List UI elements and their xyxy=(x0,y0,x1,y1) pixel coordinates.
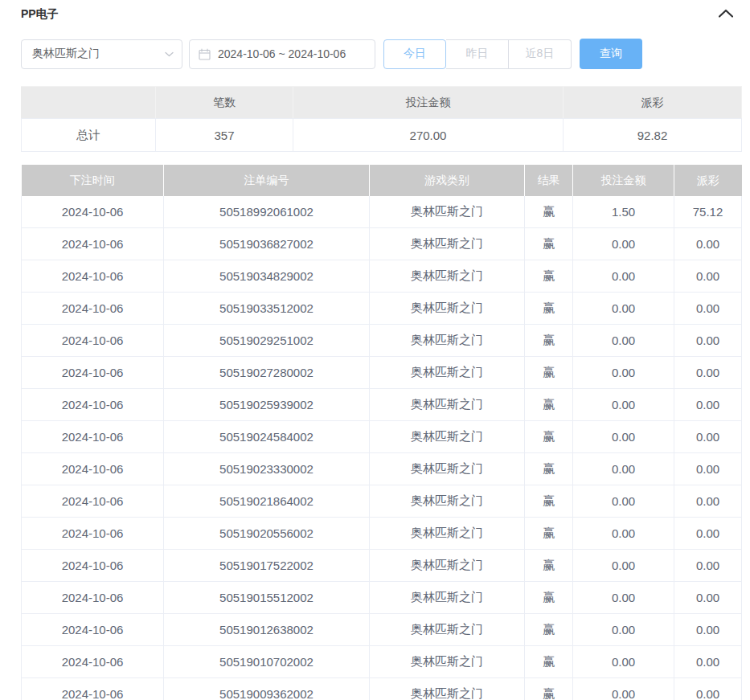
cell-bet-time: 2024-10-06 xyxy=(22,550,164,582)
cell-bet-time: 2024-10-06 xyxy=(22,421,164,453)
quick-range-button-0[interactable]: 今日 xyxy=(383,39,446,69)
cell-result: 赢 xyxy=(525,678,573,700)
cell-result: 赢 xyxy=(525,614,573,646)
cell-payout: 0.00 xyxy=(674,421,742,453)
table-row: 2024-10-0650519010702002奥林匹斯之门赢0.000.00 xyxy=(22,646,742,678)
cell-bet-time: 2024-10-06 xyxy=(22,678,164,700)
cell-bet-amount: 0.00 xyxy=(573,550,674,582)
game-select[interactable]: 奥林匹斯之门 xyxy=(21,39,182,69)
cell-game-category: 奥林匹斯之门 xyxy=(370,325,525,357)
report-panel: PP电子 奥林匹斯之门 2024-10-06 ~ 2024-10-06 xyxy=(0,0,750,700)
date-range-value: 2024-10-06 ~ 2024-10-06 xyxy=(218,47,346,60)
table-row: 2024-10-0650519021864002奥林匹斯之门赢0.000.00 xyxy=(22,485,742,518)
cell-result: 赢 xyxy=(525,518,573,550)
cell-result: 赢 xyxy=(525,196,573,228)
quick-range-button-1[interactable]: 昨日 xyxy=(446,39,509,69)
cell-result: 赢 xyxy=(525,293,573,325)
cell-order-id: 50519024584002 xyxy=(164,421,370,453)
cell-bet-time: 2024-10-06 xyxy=(22,260,164,293)
cell-payout: 92.82 xyxy=(564,119,742,152)
cell-order-id: 50519027280002 xyxy=(164,357,370,389)
cell-game-category: 奥林匹斯之门 xyxy=(370,614,525,646)
table-header-row: 下注时间注单编号游戏类别结果投注金额派彩 xyxy=(22,165,742,196)
cell-order-id: 50519009362002 xyxy=(164,678,370,700)
cell-result: 赢 xyxy=(525,325,573,357)
table-row: 2024-10-0650519020556002奥林匹斯之门赢0.000.00 xyxy=(22,518,742,550)
column-header-bet-time: 下注时间 xyxy=(22,165,164,196)
table-row: 总计357270.0092.82 xyxy=(22,119,742,152)
cell-bet-time: 2024-10-06 xyxy=(22,453,164,485)
column-header-game-category: 游戏类别 xyxy=(370,165,525,196)
cell-game-category: 奥林匹斯之门 xyxy=(370,485,525,518)
date-range-input[interactable]: 2024-10-06 ~ 2024-10-06 xyxy=(189,39,375,69)
cell-result: 赢 xyxy=(525,260,573,293)
cell-bet-amount: 0.00 xyxy=(573,646,674,678)
summary-header-row: 笔数投注金额派彩 xyxy=(22,87,742,119)
cell-game-category: 奥林匹斯之门 xyxy=(370,646,525,678)
cell-bet-amount: 0.00 xyxy=(573,260,674,293)
table-row: 2024-10-0650519024584002奥林匹斯之门赢0.000.00 xyxy=(22,421,742,453)
table-row: 2024-10-0650519033512002奥林匹斯之门赢0.000.00 xyxy=(22,293,742,325)
filter-toolbar: 奥林匹斯之门 2024-10-06 ~ 2024-10-06 今日昨日近8日 查… xyxy=(21,39,750,69)
cell-bet-amount: 0.00 xyxy=(573,325,674,357)
cell-order-id: 50519017522002 xyxy=(164,550,370,582)
table-row: 2024-10-0650519027280002奥林匹斯之门赢0.000.00 xyxy=(22,357,742,389)
cell-order-id: 50519020556002 xyxy=(164,518,370,550)
quick-range-button-2[interactable]: 近8日 xyxy=(509,39,572,69)
cell-bet-time: 2024-10-06 xyxy=(22,228,164,260)
query-button[interactable]: 查询 xyxy=(580,39,642,69)
cell-order-id: 50519025939002 xyxy=(164,389,370,421)
cell-payout: 0.00 xyxy=(674,260,742,293)
calendar-icon xyxy=(199,48,211,60)
table-row: 2024-10-0650518992061002奥林匹斯之门赢1.5075.12 xyxy=(22,196,742,228)
cell-game-category: 奥林匹斯之门 xyxy=(370,357,525,389)
cell-game-category: 奥林匹斯之门 xyxy=(370,260,525,293)
cell-bet-amount: 0.00 xyxy=(573,582,674,614)
cell-bet-amount: 1.50 xyxy=(573,196,674,228)
chevron-up-icon[interactable] xyxy=(715,4,736,22)
table-row: 2024-10-0650519036827002奥林匹斯之门赢0.000.00 xyxy=(22,228,742,260)
cell-payout: 0.00 xyxy=(674,357,742,389)
cell-bet-amount: 0.00 xyxy=(573,357,674,389)
cell-payout: 0.00 xyxy=(674,582,742,614)
table-row: 2024-10-0650519015512002奥林匹斯之门赢0.000.00 xyxy=(22,582,742,614)
cell-bet-time: 2024-10-06 xyxy=(22,582,164,614)
column-header-payout: 派彩 xyxy=(564,87,742,119)
cell-count: 357 xyxy=(156,119,293,152)
cell-payout: 75.12 xyxy=(674,196,742,228)
cell-order-id: 50519023330002 xyxy=(164,453,370,485)
cell-game-category: 奥林匹斯之门 xyxy=(370,421,525,453)
column-header-order-id: 注单编号 xyxy=(164,165,370,196)
table-row: 2024-10-0650519009362002奥林匹斯之门赢0.000.00 xyxy=(22,678,742,700)
cell-order-id: 50519021864002 xyxy=(164,485,370,518)
cell-order-id: 50518992061002 xyxy=(164,196,370,228)
cell-payout: 0.00 xyxy=(674,325,742,357)
cell-game-category: 奥林匹斯之门 xyxy=(370,293,525,325)
column-header-result: 结果 xyxy=(525,165,573,196)
table-row: 2024-10-0650519012638002奥林匹斯之门赢0.000.00 xyxy=(22,614,742,646)
game-select-value: 奥林匹斯之门 xyxy=(32,47,164,61)
cell-order-id: 50519010702002 xyxy=(164,646,370,678)
cell-bet-amount: 0.00 xyxy=(573,678,674,700)
summary-table: 笔数投注金额派彩 总计357270.0092.82 xyxy=(21,86,742,152)
cell-order-id: 50519033512002 xyxy=(164,293,370,325)
cell-result: 赢 xyxy=(525,421,573,453)
table-row: 2024-10-0650519029251002奥林匹斯之门赢0.000.00 xyxy=(22,325,742,357)
cell-game-category: 奥林匹斯之门 xyxy=(370,518,525,550)
cell-payout: 0.00 xyxy=(674,518,742,550)
cell-payout: 0.00 xyxy=(674,389,742,421)
cell-label: 总计 xyxy=(22,119,156,152)
cell-result: 赢 xyxy=(525,453,573,485)
cell-order-id: 50519015512002 xyxy=(164,582,370,614)
column-header-count: 笔数 xyxy=(156,87,293,119)
cell-payout: 0.00 xyxy=(674,293,742,325)
column-header-label xyxy=(22,87,156,119)
cell-bet-amount: 0.00 xyxy=(573,228,674,260)
table-row: 2024-10-0650519034829002奥林匹斯之门赢0.000.00 xyxy=(22,260,742,293)
cell-result: 赢 xyxy=(525,646,573,678)
cell-bet-amount: 0.00 xyxy=(573,389,674,421)
table-row: 2024-10-0650519023330002奥林匹斯之门赢0.000.00 xyxy=(22,453,742,485)
cell-bet-amount: 0.00 xyxy=(573,293,674,325)
cell-payout: 0.00 xyxy=(674,453,742,485)
cell-bet-time: 2024-10-06 xyxy=(22,518,164,550)
